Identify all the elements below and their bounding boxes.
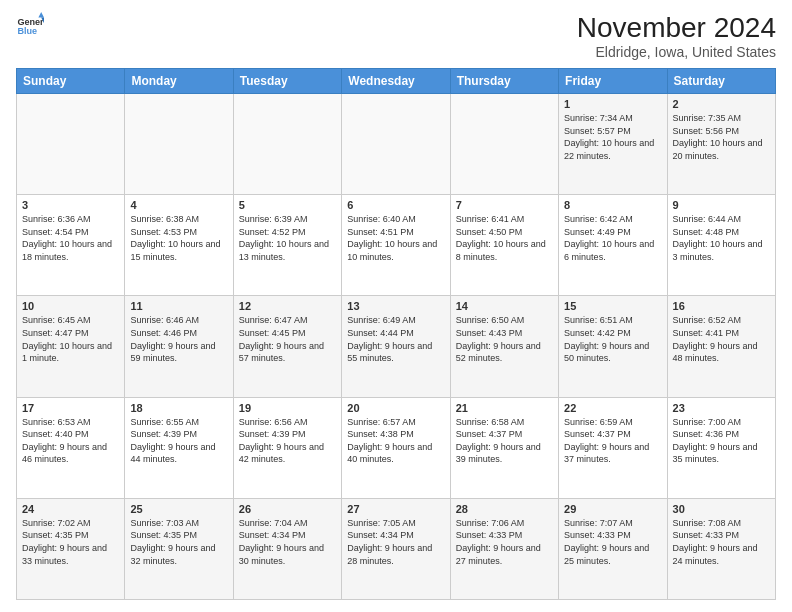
- day-info: Sunrise: 7:03 AMSunset: 4:35 PMDaylight:…: [130, 517, 227, 567]
- table-row: 1Sunrise: 7:34 AMSunset: 5:57 PMDaylight…: [559, 94, 667, 195]
- day-info: Sunrise: 7:05 AMSunset: 4:34 PMDaylight:…: [347, 517, 444, 567]
- day-info: Sunrise: 6:38 AMSunset: 4:53 PMDaylight:…: [130, 213, 227, 263]
- day-info: Sunrise: 7:35 AMSunset: 5:56 PMDaylight:…: [673, 112, 770, 162]
- day-number: 29: [564, 503, 661, 515]
- day-number: 5: [239, 199, 336, 211]
- day-info: Sunrise: 7:06 AMSunset: 4:33 PMDaylight:…: [456, 517, 553, 567]
- day-info: Sunrise: 6:59 AMSunset: 4:37 PMDaylight:…: [564, 416, 661, 466]
- day-number: 15: [564, 300, 661, 312]
- table-row: 19Sunrise: 6:56 AMSunset: 4:39 PMDayligh…: [233, 397, 341, 498]
- header: General Blue November 2024 Eldridge, Iow…: [16, 12, 776, 60]
- day-info: Sunrise: 7:07 AMSunset: 4:33 PMDaylight:…: [564, 517, 661, 567]
- col-friday: Friday: [559, 69, 667, 94]
- day-number: 3: [22, 199, 119, 211]
- table-row: 27Sunrise: 7:05 AMSunset: 4:34 PMDayligh…: [342, 498, 450, 599]
- day-info: Sunrise: 6:47 AMSunset: 4:45 PMDaylight:…: [239, 314, 336, 364]
- day-number: 24: [22, 503, 119, 515]
- calendar-week-5: 24Sunrise: 7:02 AMSunset: 4:35 PMDayligh…: [17, 498, 776, 599]
- day-number: 23: [673, 402, 770, 414]
- calendar-week-1: 1Sunrise: 7:34 AMSunset: 5:57 PMDaylight…: [17, 94, 776, 195]
- logo-icon: General Blue: [16, 12, 44, 40]
- day-info: Sunrise: 6:51 AMSunset: 4:42 PMDaylight:…: [564, 314, 661, 364]
- table-row: 6Sunrise: 6:40 AMSunset: 4:51 PMDaylight…: [342, 195, 450, 296]
- svg-text:Blue: Blue: [17, 26, 37, 36]
- day-number: 12: [239, 300, 336, 312]
- calendar-week-4: 17Sunrise: 6:53 AMSunset: 4:40 PMDayligh…: [17, 397, 776, 498]
- day-number: 16: [673, 300, 770, 312]
- day-info: Sunrise: 6:45 AMSunset: 4:47 PMDaylight:…: [22, 314, 119, 364]
- day-number: 21: [456, 402, 553, 414]
- day-number: 10: [22, 300, 119, 312]
- day-info: Sunrise: 7:04 AMSunset: 4:34 PMDaylight:…: [239, 517, 336, 567]
- day-number: 22: [564, 402, 661, 414]
- day-number: 7: [456, 199, 553, 211]
- day-info: Sunrise: 7:34 AMSunset: 5:57 PMDaylight:…: [564, 112, 661, 162]
- day-info: Sunrise: 7:00 AMSunset: 4:36 PMDaylight:…: [673, 416, 770, 466]
- day-info: Sunrise: 6:53 AMSunset: 4:40 PMDaylight:…: [22, 416, 119, 466]
- col-wednesday: Wednesday: [342, 69, 450, 94]
- day-info: Sunrise: 6:57 AMSunset: 4:38 PMDaylight:…: [347, 416, 444, 466]
- table-row: 2Sunrise: 7:35 AMSunset: 5:56 PMDaylight…: [667, 94, 775, 195]
- table-row: 9Sunrise: 6:44 AMSunset: 4:48 PMDaylight…: [667, 195, 775, 296]
- table-row: 4Sunrise: 6:38 AMSunset: 4:53 PMDaylight…: [125, 195, 233, 296]
- table-row: 18Sunrise: 6:55 AMSunset: 4:39 PMDayligh…: [125, 397, 233, 498]
- day-number: 19: [239, 402, 336, 414]
- col-sunday: Sunday: [17, 69, 125, 94]
- table-row: 25Sunrise: 7:03 AMSunset: 4:35 PMDayligh…: [125, 498, 233, 599]
- table-row: 20Sunrise: 6:57 AMSunset: 4:38 PMDayligh…: [342, 397, 450, 498]
- logo: General Blue: [16, 12, 44, 40]
- header-row: Sunday Monday Tuesday Wednesday Thursday…: [17, 69, 776, 94]
- day-info: Sunrise: 6:42 AMSunset: 4:49 PMDaylight:…: [564, 213, 661, 263]
- day-number: 6: [347, 199, 444, 211]
- main-title: November 2024: [577, 12, 776, 44]
- table-row: 23Sunrise: 7:00 AMSunset: 4:36 PMDayligh…: [667, 397, 775, 498]
- day-number: 26: [239, 503, 336, 515]
- day-info: Sunrise: 6:50 AMSunset: 4:43 PMDaylight:…: [456, 314, 553, 364]
- day-number: 4: [130, 199, 227, 211]
- table-row: 3Sunrise: 6:36 AMSunset: 4:54 PMDaylight…: [17, 195, 125, 296]
- title-block: November 2024 Eldridge, Iowa, United Sta…: [577, 12, 776, 60]
- table-row: 12Sunrise: 6:47 AMSunset: 4:45 PMDayligh…: [233, 296, 341, 397]
- table-row: 11Sunrise: 6:46 AMSunset: 4:46 PMDayligh…: [125, 296, 233, 397]
- day-info: Sunrise: 6:56 AMSunset: 4:39 PMDaylight:…: [239, 416, 336, 466]
- svg-marker-2: [38, 12, 44, 18]
- table-row: 29Sunrise: 7:07 AMSunset: 4:33 PMDayligh…: [559, 498, 667, 599]
- day-info: Sunrise: 7:08 AMSunset: 4:33 PMDaylight:…: [673, 517, 770, 567]
- table-row: 28Sunrise: 7:06 AMSunset: 4:33 PMDayligh…: [450, 498, 558, 599]
- calendar-week-3: 10Sunrise: 6:45 AMSunset: 4:47 PMDayligh…: [17, 296, 776, 397]
- day-number: 30: [673, 503, 770, 515]
- calendar-table: Sunday Monday Tuesday Wednesday Thursday…: [16, 68, 776, 600]
- svg-text:General: General: [17, 17, 44, 27]
- col-tuesday: Tuesday: [233, 69, 341, 94]
- day-info: Sunrise: 6:40 AMSunset: 4:51 PMDaylight:…: [347, 213, 444, 263]
- table-row: 14Sunrise: 6:50 AMSunset: 4:43 PMDayligh…: [450, 296, 558, 397]
- table-row: 30Sunrise: 7:08 AMSunset: 4:33 PMDayligh…: [667, 498, 775, 599]
- day-info: Sunrise: 6:49 AMSunset: 4:44 PMDaylight:…: [347, 314, 444, 364]
- table-row: 10Sunrise: 6:45 AMSunset: 4:47 PMDayligh…: [17, 296, 125, 397]
- table-row: 22Sunrise: 6:59 AMSunset: 4:37 PMDayligh…: [559, 397, 667, 498]
- day-number: 13: [347, 300, 444, 312]
- day-info: Sunrise: 6:52 AMSunset: 4:41 PMDaylight:…: [673, 314, 770, 364]
- table-row: 26Sunrise: 7:04 AMSunset: 4:34 PMDayligh…: [233, 498, 341, 599]
- day-info: Sunrise: 6:41 AMSunset: 4:50 PMDaylight:…: [456, 213, 553, 263]
- table-row: 15Sunrise: 6:51 AMSunset: 4:42 PMDayligh…: [559, 296, 667, 397]
- day-info: Sunrise: 6:39 AMSunset: 4:52 PMDaylight:…: [239, 213, 336, 263]
- table-row: 13Sunrise: 6:49 AMSunset: 4:44 PMDayligh…: [342, 296, 450, 397]
- table-row: 21Sunrise: 6:58 AMSunset: 4:37 PMDayligh…: [450, 397, 558, 498]
- day-number: 11: [130, 300, 227, 312]
- day-info: Sunrise: 6:36 AMSunset: 4:54 PMDaylight:…: [22, 213, 119, 263]
- day-number: 18: [130, 402, 227, 414]
- day-info: Sunrise: 7:02 AMSunset: 4:35 PMDaylight:…: [22, 517, 119, 567]
- table-row: 24Sunrise: 7:02 AMSunset: 4:35 PMDayligh…: [17, 498, 125, 599]
- day-number: 2: [673, 98, 770, 110]
- day-number: 28: [456, 503, 553, 515]
- day-number: 17: [22, 402, 119, 414]
- page: General Blue November 2024 Eldridge, Iow…: [0, 0, 792, 612]
- table-row: 16Sunrise: 6:52 AMSunset: 4:41 PMDayligh…: [667, 296, 775, 397]
- day-info: Sunrise: 6:58 AMSunset: 4:37 PMDaylight:…: [456, 416, 553, 466]
- day-info: Sunrise: 6:46 AMSunset: 4:46 PMDaylight:…: [130, 314, 227, 364]
- day-info: Sunrise: 6:55 AMSunset: 4:39 PMDaylight:…: [130, 416, 227, 466]
- table-row: 7Sunrise: 6:41 AMSunset: 4:50 PMDaylight…: [450, 195, 558, 296]
- table-row: [125, 94, 233, 195]
- table-row: [342, 94, 450, 195]
